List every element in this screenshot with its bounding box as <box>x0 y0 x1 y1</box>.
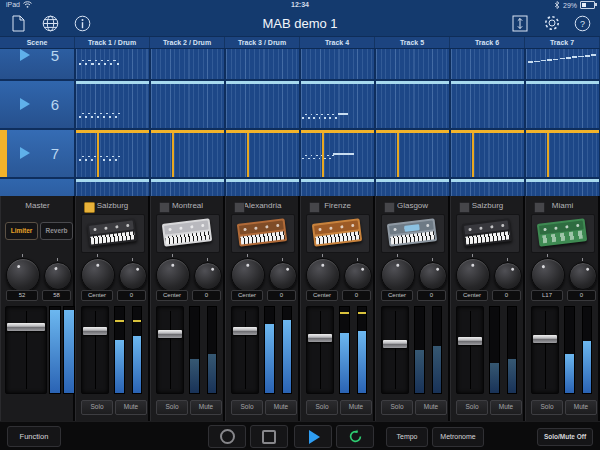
send-knob[interactable] <box>569 262 597 290</box>
fader-handle[interactable] <box>158 330 182 338</box>
fader-handle[interactable] <box>308 334 332 342</box>
clip-cell[interactable] <box>76 81 149 128</box>
record-button[interactable] <box>208 425 246 448</box>
clip-cell[interactable] <box>226 49 299 79</box>
clip-cell[interactable] <box>76 49 149 79</box>
clip-cell[interactable] <box>301 179 374 196</box>
gadget-image[interactable] <box>81 214 145 253</box>
pan-knob[interactable] <box>156 258 190 292</box>
play-button[interactable] <box>294 425 332 448</box>
clip-cell[interactable] <box>301 130 374 177</box>
fader-handle[interactable] <box>233 327 257 335</box>
mute-button[interactable]: Mute <box>490 400 522 415</box>
volume-fader[interactable] <box>5 306 47 394</box>
fader-handle[interactable] <box>458 337 482 345</box>
send-knob[interactable] <box>194 262 222 290</box>
volume-fader[interactable] <box>456 306 484 394</box>
scene-cell-7[interactable]: 7 <box>0 130 74 177</box>
fader-handle[interactable] <box>383 340 407 348</box>
clip-cell[interactable] <box>526 130 599 177</box>
solo-button[interactable]: Solo <box>531 400 563 415</box>
pan-knob[interactable] <box>381 258 415 292</box>
volume-fader[interactable] <box>81 306 109 394</box>
mute-button[interactable]: Mute <box>340 400 372 415</box>
pan-knob[interactable] <box>231 258 265 292</box>
send-knob[interactable] <box>494 262 522 290</box>
track-header-2[interactable]: Track 2 / Drum <box>150 37 225 48</box>
loop-button[interactable] <box>336 425 374 448</box>
mute-button[interactable]: Mute <box>115 400 147 415</box>
clip-cell[interactable] <box>451 81 524 128</box>
clip-cell[interactable] <box>376 81 449 128</box>
clip-cell[interactable] <box>376 179 449 196</box>
clip-cell[interactable] <box>526 49 599 79</box>
track-header-7[interactable]: Track 7 <box>525 37 600 48</box>
fader-handle[interactable] <box>7 323 45 331</box>
channel-select-checkbox[interactable] <box>234 202 245 213</box>
scene-column-header[interactable]: Scene <box>0 37 75 48</box>
clip-cell[interactable] <box>226 179 299 196</box>
solo-button[interactable]: Solo <box>456 400 488 415</box>
channel-select-checkbox[interactable] <box>84 202 95 213</box>
master-knob-1[interactable] <box>6 258 40 292</box>
scene-cell-5[interactable]: 5 <box>0 49 74 79</box>
track-header-6[interactable]: Track 6 <box>450 37 525 48</box>
clip-cell[interactable] <box>451 49 524 79</box>
solo-button[interactable]: Solo <box>381 400 413 415</box>
clip-cell[interactable] <box>376 130 449 177</box>
gadget-image[interactable] <box>531 214 595 253</box>
pan-knob[interactable] <box>531 258 565 292</box>
pan-knob[interactable] <box>81 258 115 292</box>
clip-cell[interactable] <box>76 179 149 196</box>
channel-select-checkbox[interactable] <box>159 202 170 213</box>
clip-cell[interactable] <box>451 130 524 177</box>
track-header-5[interactable]: Track 5 <box>375 37 450 48</box>
channel-select-checkbox[interactable] <box>309 202 320 213</box>
clip-cell[interactable] <box>226 130 299 177</box>
clip-cell[interactable] <box>151 81 224 128</box>
volume-fader[interactable] <box>531 306 559 394</box>
gadget-image[interactable] <box>456 214 520 253</box>
gadget-image[interactable] <box>306 214 370 253</box>
solo-mute-off-button[interactable]: Solo/Mute Off <box>537 428 593 446</box>
clip-cell[interactable] <box>151 49 224 79</box>
gadget-image[interactable] <box>156 214 220 253</box>
clip-cell[interactable] <box>301 49 374 79</box>
scene-play-button[interactable] <box>20 49 30 61</box>
tempo-button[interactable]: Tempo <box>386 427 428 447</box>
send-knob[interactable] <box>269 262 297 290</box>
mute-button[interactable]: Mute <box>565 400 597 415</box>
gadget-image[interactable] <box>381 214 445 253</box>
function-button[interactable]: Function <box>7 426 61 447</box>
master-knob-2[interactable] <box>44 262 72 290</box>
clip-cell[interactable] <box>526 179 599 196</box>
volume-fader[interactable] <box>306 306 334 394</box>
mute-button[interactable]: Mute <box>415 400 447 415</box>
solo-button[interactable]: Solo <box>231 400 263 415</box>
mute-button[interactable]: Mute <box>265 400 297 415</box>
clip-cell[interactable] <box>151 179 224 196</box>
metronome-button[interactable]: Metronome <box>432 427 484 447</box>
fader-handle[interactable] <box>83 327 107 335</box>
track-header-1[interactable]: Track 1 / Drum <box>75 37 150 48</box>
channel-select-checkbox[interactable] <box>534 202 545 213</box>
clip-cell[interactable] <box>226 81 299 128</box>
channel-select-checkbox[interactable] <box>384 202 395 213</box>
solo-button[interactable]: Solo <box>81 400 113 415</box>
pan-knob[interactable] <box>306 258 340 292</box>
scene-play-button[interactable] <box>20 147 30 159</box>
track-header-3[interactable]: Track 3 / Drum <box>225 37 300 48</box>
scene-play-button[interactable] <box>20 98 30 110</box>
volume-fader[interactable] <box>231 306 259 394</box>
fader-handle[interactable] <box>533 335 557 343</box>
gadget-image[interactable] <box>231 214 295 253</box>
clip-cell[interactable] <box>151 130 224 177</box>
reverb-button[interactable]: Reverb <box>40 222 73 240</box>
stop-button[interactable] <box>250 425 288 448</box>
volume-fader[interactable] <box>156 306 184 394</box>
clip-cell[interactable] <box>76 130 149 177</box>
clip-cell[interactable] <box>451 179 524 196</box>
scene-cell-8[interactable]: 8 <box>0 179 74 196</box>
clip-cell[interactable] <box>301 81 374 128</box>
scene-cell-6[interactable]: 6 <box>0 81 74 128</box>
